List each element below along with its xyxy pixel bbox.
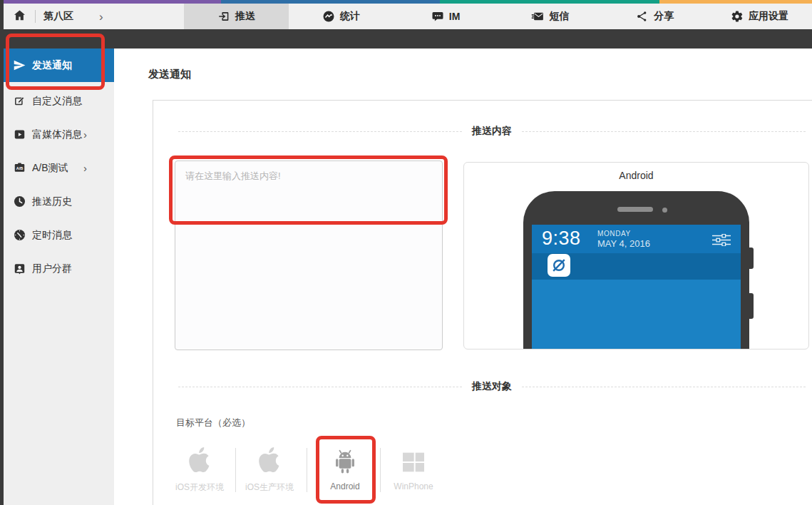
apple-icon [165, 439, 234, 476]
platform-label: iOS生产环境 [235, 481, 304, 494]
windows-icon [379, 439, 448, 476]
sidebar-item-label: 推送历史 [32, 195, 72, 208]
sidebar-item-push-history[interactable]: 推送历史 [0, 185, 114, 218]
push-content-divider-label: 推送内容 [472, 125, 512, 138]
push-content-input[interactable] [175, 160, 443, 350]
user-group-icon [13, 262, 32, 275]
sidebar-item-label: A/B测试 [32, 162, 68, 175]
platform-ios-prod[interactable]: iOS生产环境 [235, 439, 304, 494]
platform-separator [307, 448, 307, 492]
tab-label: 统计 [340, 10, 360, 23]
platform-label: iOS开发环境 [165, 481, 234, 494]
tab-label: 短信 [549, 10, 569, 23]
phone-status-bar: 9:38 MONDAY MAY 4, 2016 [532, 225, 741, 253]
sidebar-item-ab-test[interactable]: A/B A/B测试 › [0, 151, 114, 185]
top-navigation-bar: 第八区 › 推送 [0, 4, 812, 29]
tab-label: IM [449, 11, 461, 22]
tab-app-settings[interactable]: 应用设置 [707, 4, 812, 29]
platform-label: Android [311, 481, 379, 491]
push-icon [217, 10, 230, 23]
chevron-right-icon: › [83, 128, 87, 141]
phone-weekday: MONDAY [597, 230, 631, 238]
sidebar-item-label: 定时消息 [32, 229, 72, 242]
share-icon [636, 10, 649, 23]
home-button[interactable] [4, 4, 35, 29]
sidebar-item-label: 用户分群 [32, 262, 72, 275]
tab-im[interactable]: IM [394, 4, 498, 29]
tab-label: 推送 [235, 10, 255, 23]
top-tabs: 推送 统计 IM [184, 4, 812, 29]
preview-device-label: Android [464, 170, 808, 181]
apple-icon [235, 439, 304, 476]
chevron-right-icon: › [83, 162, 87, 174]
sidebar-item-rich-media[interactable]: 富媒体消息 › [0, 118, 114, 151]
tab-share[interactable]: 分享 [602, 4, 707, 29]
phone-camera-dot [662, 208, 667, 213]
platform-label: WinPhone [379, 481, 448, 491]
sub-header-dark-bar [0, 29, 812, 49]
push-target-divider-label: 推送对象 [472, 380, 512, 393]
push-console-app: 第八区 › 推送 [0, 0, 812, 505]
platform-ios-dev[interactable]: iOS开发环境 [165, 439, 234, 494]
target-platform-label: 目标平台（必选） [176, 417, 250, 429]
platform-android[interactable]: Android [311, 439, 379, 491]
sidebar-item-send-notification[interactable]: 发送通知 [0, 49, 114, 82]
sidebar-item-label: 自定义消息 [32, 95, 82, 108]
project-name[interactable]: 第八区 [43, 10, 73, 23]
sliders-settings-icon [712, 234, 731, 249]
android-robot-icon [311, 439, 379, 476]
im-chat-icon [431, 10, 444, 23]
jpush-app-icon [548, 254, 570, 277]
stats-icon [322, 10, 335, 23]
android-preview-card: Android 9:38 MONDAY MAY 4, 2016 [463, 162, 809, 350]
sidebar-item-user-segments[interactable]: 用户分群 [0, 252, 114, 285]
tab-push[interactable]: 推送 [184, 4, 289, 29]
push-target-divider: 推送对象 [178, 379, 806, 394]
phone-mockup: 9:38 MONDAY MAY 4, 2016 [523, 191, 749, 350]
timer-icon [13, 228, 32, 242]
brand-separator [35, 10, 36, 23]
brand-area: 第八区 › [4, 4, 108, 29]
home-icon [13, 9, 26, 25]
svg-text:A/B: A/B [16, 166, 24, 170]
sidebar-item-label: 发送通知 [32, 59, 72, 72]
play-icon [13, 128, 32, 141]
sidebar: 发送通知 自定义消息 富媒体消息 › [0, 49, 114, 505]
send-icon [13, 58, 32, 72]
phone-time: 9:38 [542, 229, 581, 248]
phone-date: MAY 4, 2016 [597, 238, 650, 249]
history-clock-icon [13, 195, 32, 208]
tab-sms[interactable]: 短信 [498, 4, 602, 29]
page-title: 发送通知 [148, 68, 191, 81]
gear-icon [731, 10, 744, 23]
sidebar-item-scheduled-message[interactable]: 定时消息 [0, 218, 114, 252]
tab-stats[interactable]: 统计 [289, 4, 394, 29]
sms-icon [531, 10, 544, 23]
edit-icon [13, 94, 32, 108]
tab-label: 应用设置 [749, 10, 788, 23]
phone-screen: 9:38 MONDAY MAY 4, 2016 [532, 225, 741, 350]
sidebar-item-label: 富媒体消息 [32, 128, 82, 141]
left-edge-dark-strip [0, 0, 4, 505]
platform-winphone[interactable]: WinPhone [379, 439, 448, 491]
ab-test-icon: A/B [13, 161, 32, 175]
sidebar-item-custom-message[interactable]: 自定义消息 [0, 84, 114, 118]
tab-label: 分享 [654, 10, 674, 23]
phone-speaker [617, 207, 653, 212]
push-content-divider: 推送内容 [178, 124, 806, 138]
project-switcher-chevron-icon[interactable]: › [95, 11, 108, 23]
